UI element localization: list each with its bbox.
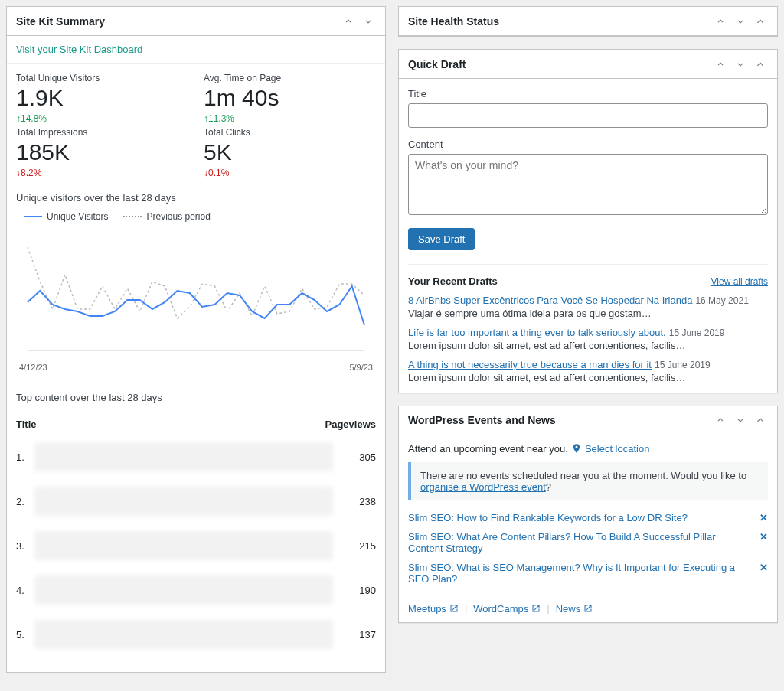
row-index: 2. [16, 496, 30, 507]
no-events-notice: There are no events scheduled near you a… [408, 462, 768, 500]
stat-change: ↑14.8% [16, 113, 188, 124]
dismiss-icon[interactable]: ✕ [760, 531, 768, 543]
draft-title-field[interactable] [408, 103, 768, 128]
sitekit-title: Site Kit Summary [16, 15, 105, 28]
draft-link[interactable]: A thing is not necessarily true because … [408, 359, 652, 370]
row-title-redacted [34, 575, 333, 605]
stat-change: ↓8.2% [16, 168, 188, 178]
row-index: 3. [16, 540, 30, 552]
top-content-title: Top content over the last 28 days [7, 383, 385, 408]
row-index: 4. [16, 585, 30, 596]
external-link-icon [531, 604, 541, 613]
news-link[interactable]: Slim SEO: What is SEO Management? Why is… [408, 562, 760, 585]
draft-content-label: Content [408, 139, 768, 150]
quick-draft-box: Quick Draft Title Content Save Draft [398, 49, 778, 393]
stat-change: ↑11.3% [204, 113, 376, 124]
recent-drafts-header: Your Recent Drafts [408, 275, 498, 287]
stat-label: Total Unique Visitors [16, 73, 188, 83]
wordcamps-link[interactable]: WordCamps [473, 603, 541, 614]
draft-title-label: Title [408, 88, 768, 99]
save-draft-button[interactable]: Save Draft [408, 228, 475, 250]
move-up-icon[interactable] [341, 12, 356, 31]
view-all-drafts-link[interactable]: View all drafts [711, 276, 768, 287]
move-down-icon[interactable] [361, 12, 376, 31]
col-pageviews: Pageviews [325, 419, 377, 430]
external-link-icon [449, 604, 459, 613]
draft-excerpt: Viajar é sempre uma ótima ideia para os … [408, 308, 768, 319]
table-row[interactable]: 1. 305 [16, 435, 376, 479]
attend-text: Attend an upcoming event near you. [408, 443, 568, 455]
toggle-panel-icon[interactable] [753, 12, 768, 31]
legend-current: Unique Visitors [47, 211, 108, 222]
site-health-box: Site Health Status [398, 6, 778, 37]
chart-date-start: 4/12/23 [19, 363, 47, 372]
select-location-link[interactable]: Select location [571, 443, 650, 455]
row-title-redacted [34, 620, 333, 649]
stat-label: Total Impressions [16, 127, 188, 138]
chart-title: Unique visitors over the last 28 days [7, 183, 385, 208]
draft-date: 16 May 2021 [695, 295, 748, 306]
stat-label: Total Clicks [204, 127, 376, 138]
news-item: Slim SEO: What is SEO Management? Why is… [408, 558, 768, 588]
dismiss-icon[interactable]: ✕ [760, 512, 768, 523]
news-link[interactable]: Slim SEO: What Are Content Pillars? How … [408, 531, 760, 554]
events-footer-links: Meetups | WordCamps | News [399, 595, 777, 622]
stat-clicks: Total Clicks 5K ↓0.1% [204, 127, 376, 178]
row-title-redacted [34, 531, 333, 560]
draft-content-field[interactable] [408, 154, 768, 215]
move-down-icon[interactable] [733, 411, 748, 429]
draft-link[interactable]: Life is far too important a thing ever t… [408, 327, 666, 338]
chart-legend: Unique Visitors Previous period [7, 208, 385, 228]
toggle-panel-icon[interactable] [753, 55, 768, 73]
toggle-panel-icon[interactable] [753, 411, 768, 429]
row-title-redacted [34, 442, 333, 471]
line-chart [7, 228, 385, 361]
move-down-icon[interactable] [733, 12, 748, 31]
news-link[interactable]: Slim SEO: How to Find Rankable Keywords … [408, 512, 760, 523]
location-pin-icon [571, 443, 582, 454]
news-link[interactable]: News [556, 603, 593, 614]
sitekit-header: Site Kit Summary [7, 7, 385, 36]
stat-change: ↓0.1% [204, 168, 376, 178]
top-content-table: Title Pageviews 1. 3052. 2383. 2154. 190… [7, 408, 385, 672]
table-row[interactable]: 2. 238 [16, 479, 376, 523]
row-title-redacted [34, 487, 333, 516]
dismiss-icon[interactable]: ✕ [760, 562, 768, 573]
table-row[interactable]: 4. 190 [16, 568, 376, 612]
news-item: Slim SEO: How to Find Rankable Keywords … [408, 508, 768, 527]
stat-avg-time: Avg. Time on Page 1m 40s ↑11.3% [204, 73, 376, 124]
chart-date-end: 5/9/23 [349, 363, 373, 372]
stat-value: 1m 40s [204, 85, 376, 110]
events-news-box: WordPress Events and News Attend an upco… [398, 406, 778, 623]
meetups-link[interactable]: Meetups [408, 603, 459, 614]
stat-impressions: Total Impressions 185K ↓8.2% [16, 127, 188, 178]
quick-draft-title: Quick Draft [408, 58, 466, 70]
external-link-icon [583, 604, 593, 613]
row-pageviews: 190 [338, 585, 376, 596]
table-row[interactable]: 3. 215 [16, 523, 376, 568]
move-up-icon[interactable] [713, 411, 728, 429]
stat-value: 185K [16, 139, 188, 165]
move-down-icon[interactable] [733, 55, 748, 73]
draft-date: 15 June 2019 [669, 328, 725, 338]
news-item: Slim SEO: What Are Content Pillars? How … [408, 527, 768, 558]
row-pageviews: 137 [338, 629, 376, 640]
draft-item: A thing is not necessarily true because … [408, 359, 768, 383]
table-row[interactable]: 5. 137 [16, 612, 376, 657]
draft-item: 8 AirBnbs Super Excêntricos Para Você Se… [408, 295, 768, 319]
draft-excerpt: Lorem ipsum dolor sit amet, est ad affer… [408, 340, 768, 351]
row-pageviews: 215 [338, 540, 376, 552]
row-pageviews: 305 [338, 451, 376, 463]
row-pageviews: 238 [338, 496, 376, 507]
move-up-icon[interactable] [713, 12, 728, 31]
organise-event-link[interactable]: organise a WordPress event [420, 481, 546, 493]
stat-label: Avg. Time on Page [204, 73, 376, 83]
draft-link[interactable]: 8 AirBnbs Super Excêntricos Para Você Se… [408, 295, 692, 306]
row-index: 5. [16, 629, 30, 640]
sitekit-dashboard-link[interactable]: Visit your Site Kit Dashboard [7, 36, 385, 64]
stat-unique-visitors: Total Unique Visitors 1.9K ↑14.8% [16, 73, 188, 124]
col-title: Title [16, 419, 37, 430]
sitekit-summary-box: Site Kit Summary Visit your Site Kit Das… [6, 6, 386, 673]
move-up-icon[interactable] [713, 55, 728, 73]
stat-value: 5K [204, 139, 376, 165]
